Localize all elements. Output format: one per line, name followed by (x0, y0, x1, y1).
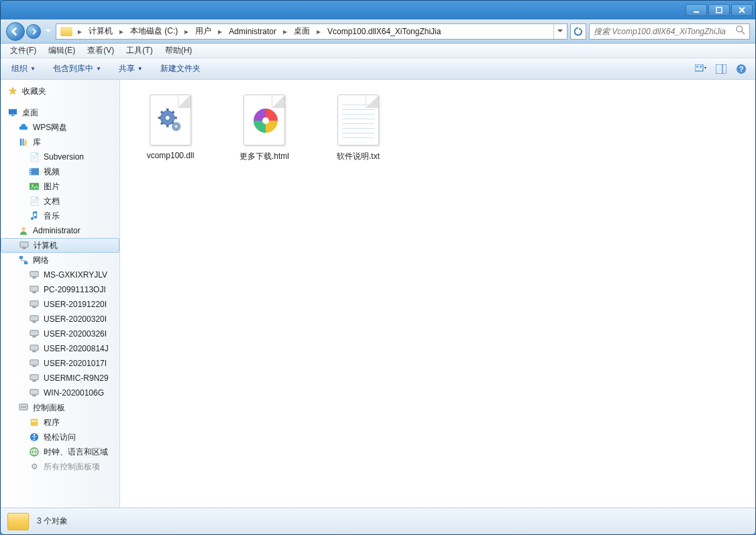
sidebar-network-computer[interactable]: USER-20201017I (1, 356, 119, 371)
sidebar-label: Subversion (44, 152, 84, 162)
svg-point-51 (34, 434, 36, 436)
sidebar-network-computer[interactable]: USER-20200814J (1, 341, 119, 356)
breadcrumb-administrator[interactable]: Administrator (225, 24, 280, 39)
back-button[interactable] (6, 22, 25, 41)
svg-rect-4 (696, 66, 698, 68)
sidebar-programs[interactable]: 程序 (1, 415, 119, 430)
svg-point-20 (32, 184, 34, 186)
forward-button[interactable] (26, 24, 41, 39)
sidebar-network-computer[interactable]: WIN-20200106G (1, 385, 119, 400)
svg-rect-29 (32, 292, 36, 294)
preview-pane-button[interactable] (714, 62, 728, 76)
chevron-right-icon[interactable]: ▸ (117, 24, 126, 39)
breadcrumb-current-folder[interactable]: Vcomp100.dllX64_XiTongZhiJia (323, 24, 445, 39)
menu-file[interactable]: 文件(F) (5, 44, 42, 58)
breadcrumb-users[interactable]: 用户 (191, 24, 215, 39)
sidebar-pictures[interactable]: 图片 (1, 179, 119, 194)
sidebar-network-computer[interactable]: USERMIC-R9N29 (1, 371, 119, 385)
sidebar-videos[interactable]: 视频 (1, 164, 119, 179)
menu-view[interactable]: 查看(V) (82, 44, 119, 58)
search-input[interactable] (594, 27, 736, 36)
svg-rect-30 (30, 301, 38, 306)
close-button[interactable] (731, 4, 753, 16)
file-item[interactable]: 软件说明.txt (321, 93, 395, 162)
menu-tools[interactable]: 工具(T) (121, 44, 158, 58)
svg-line-60 (161, 123, 163, 125)
include-in-library-button[interactable]: 包含到库中 ▼ (49, 61, 105, 76)
sidebar-favorites[interactable]: 收藏夹 (1, 84, 119, 99)
menu-edit[interactable]: 编辑(E) (43, 44, 80, 58)
sidebar-wps[interactable]: WPS网盘 (1, 120, 119, 135)
search-box[interactable] (589, 23, 750, 40)
svg-rect-17 (30, 171, 32, 172)
sidebar-desktop[interactable]: 桌面 (1, 105, 119, 120)
sidebar-network-computer[interactable]: USER-20200320I (1, 312, 119, 326)
sidebar-ease-of-access[interactable]: 轻松访问 (1, 430, 119, 444)
breadcrumb-desktop[interactable]: 桌面 (290, 24, 314, 39)
sidebar-label: 库 (33, 137, 41, 148)
maximize-button[interactable] (708, 4, 730, 16)
sidebar-subversion[interactable]: 📄 Subversion (1, 150, 119, 164)
svg-rect-26 (30, 272, 38, 277)
svg-point-46 (23, 406, 24, 408)
picture-icon (29, 181, 40, 192)
view-options-button[interactable] (694, 62, 708, 76)
dll-file-icon (144, 93, 197, 147)
file-item[interactable]: vcomp100.dll (133, 93, 207, 160)
html-file-icon (237, 93, 291, 147)
organize-button[interactable]: 组织 ▼ (7, 61, 40, 76)
sidebar-network-computer[interactable]: USER-20191220I (1, 297, 119, 312)
file-item[interactable]: 更多下载.html (227, 93, 301, 162)
svg-point-47 (25, 406, 26, 408)
svg-rect-11 (11, 115, 14, 117)
svg-rect-32 (30, 316, 38, 321)
sidebar-network-computer[interactable]: PC-20991113OJI (1, 282, 119, 297)
sidebar-clock-lang-region[interactable]: 时钟、语言和区域 (1, 444, 119, 459)
minimize-button[interactable] (686, 4, 707, 16)
svg-rect-23 (22, 248, 25, 249)
chevron-right-icon[interactable]: ▸ (75, 24, 85, 39)
content-area: 收藏夹 桌面 WPS网盘 库 📄 Subversion 视频 (1, 80, 755, 508)
sidebar-label: WIN-20200106G (44, 388, 104, 398)
svg-rect-40 (30, 375, 38, 380)
svg-point-21 (21, 227, 25, 231)
sidebar-network-computer[interactable]: MS-GXKIXRYJLV (1, 268, 119, 282)
svg-rect-13 (22, 139, 24, 146)
network-icon (18, 255, 29, 265)
sidebar-documents[interactable]: 📄 文档 (1, 194, 119, 209)
sidebar-network-computer[interactable]: USER-20200326I (1, 326, 119, 341)
breadcrumb-drive-c[interactable]: 本地磁盘 (C:) (126, 24, 182, 39)
sidebar-label: USER-20201017I (44, 359, 107, 368)
desktop-icon (7, 107, 18, 118)
chevron-right-icon[interactable]: ▸ (215, 24, 225, 39)
new-folder-button[interactable]: 新建文件夹 (156, 61, 205, 76)
sidebar-label: WPS网盘 (33, 122, 67, 133)
file-list[interactable]: vcomp100.dll 更多下载.html (120, 80, 755, 508)
sidebar-administrator[interactable]: Administrator (1, 223, 119, 238)
sidebar-computer[interactable]: 计算机 (1, 238, 119, 253)
help-button[interactable]: ? (734, 62, 749, 76)
chevron-right-icon[interactable]: ▸ (314, 24, 323, 39)
sidebar-libraries[interactable]: 库 (1, 135, 119, 150)
star-icon (7, 86, 18, 97)
chevron-right-icon[interactable]: ▸ (280, 24, 290, 39)
breadcrumb-computer[interactable]: 计算机 (85, 24, 117, 39)
menu-help[interactable]: 帮助(H) (160, 44, 198, 58)
refresh-button[interactable] (570, 23, 586, 40)
chevron-right-icon[interactable]: ▸ (182, 24, 191, 39)
sidebar-label: PC-20991113OJI (44, 285, 106, 294)
document-icon: 📄 (29, 196, 40, 206)
address-bar[interactable]: ▸ 计算机 ▸ 本地磁盘 (C:) ▸ 用户 ▸ Administrator ▸… (56, 23, 568, 40)
sidebar-network[interactable]: 网络 (1, 253, 119, 268)
share-button[interactable]: 共享 ▼ (115, 61, 147, 76)
address-dropdown[interactable] (553, 24, 565, 39)
document-icon: 📄 (29, 152, 40, 162)
txt-file-icon (331, 93, 385, 147)
svg-rect-10 (9, 109, 17, 115)
sidebar-truncated-item[interactable]: ⚙ 所有控制面板项 (1, 459, 119, 474)
svg-rect-1 (716, 7, 722, 13)
svg-rect-5 (700, 66, 702, 68)
history-dropdown[interactable] (44, 23, 53, 40)
sidebar-music[interactable]: 音乐 (1, 209, 119, 223)
sidebar-control-panel[interactable]: 控制面板 (1, 400, 119, 415)
